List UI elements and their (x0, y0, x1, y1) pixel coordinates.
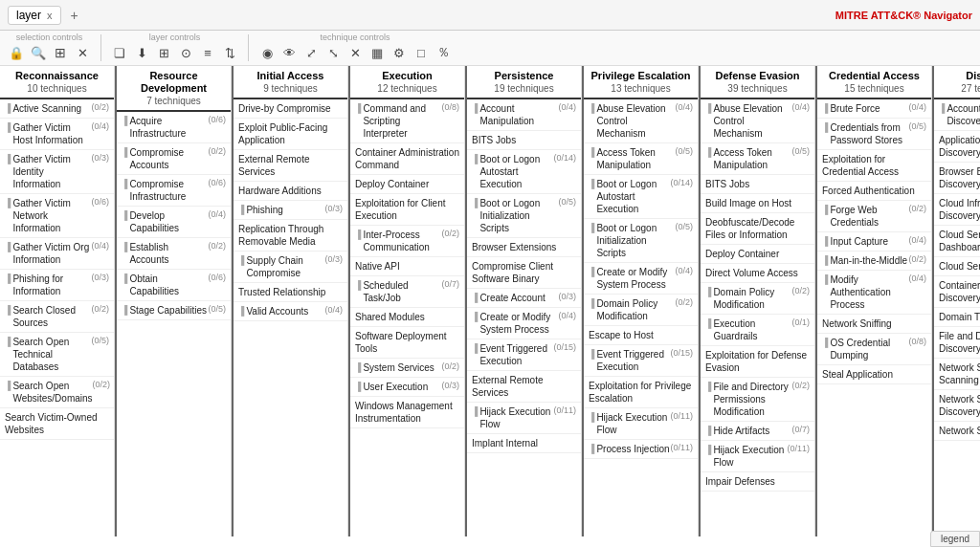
technique-item[interactable]: Network Sniffing (817, 315, 931, 334)
technique-item[interactable]: Network Service Scanning (934, 359, 980, 390)
technique-item[interactable]: ▐Compromise Accounts(0/2) (117, 143, 231, 175)
technique-item[interactable]: ▐Boot or Logon Autostart Execution(0/14) (467, 150, 581, 194)
technique-item[interactable]: ▐Obtain Capabilities(0/6) (117, 270, 231, 301)
technique-item[interactable]: Windows Management Instrumentation (350, 397, 464, 428)
technique-item[interactable]: ▐File and Directory Permissions Modifica… (701, 378, 814, 422)
technique-item[interactable]: ▐Hide Artifacts(0/7) (701, 422, 814, 441)
technique-item[interactable]: External Remote Services (234, 150, 347, 182)
technique-item[interactable]: Container Administration Command (350, 143, 464, 175)
technique-item[interactable]: ▐Command and Scripting Interpreter(0/8) (350, 99, 464, 143)
technique-item[interactable]: ▐Hijack Execution Flow(0/11) (467, 403, 581, 434)
technique-item[interactable]: Browser Bookmark Discovery (934, 163, 980, 194)
technique-item[interactable]: ▐OS Credential Dumping(0/8) (817, 334, 931, 365)
technique-item[interactable]: ▐Brute Force(0/4) (817, 99, 931, 119)
technique-item[interactable]: File and Directory Discovery (934, 327, 980, 359)
new-layer-icon[interactable]: ❏ (109, 42, 130, 63)
technique-item[interactable]: ▐Domain Policy Modification(0/2) (584, 295, 698, 326)
legend-bar[interactable]: legend (930, 531, 980, 547)
technique-item[interactable]: ▐Hijack Execution Flow(0/11) (584, 408, 698, 440)
technique-item[interactable]: ▐Establish Accounts(0/2) (117, 238, 231, 270)
technique-item[interactable]: Exploitation for Client Execution (350, 194, 464, 226)
more-icon[interactable]: ✕ (345, 42, 366, 63)
technique-item[interactable]: Application Window Discovery (934, 131, 980, 163)
technique-item[interactable]: Replication Through Removable Media (234, 220, 347, 252)
lock-icon[interactable]: 🔒 (6, 42, 27, 63)
technique-item[interactable]: ▐Inter-Process Communication(0/2) (350, 226, 464, 257)
technique-item[interactable]: Network Share Discovery (934, 390, 980, 422)
collapse-icon[interactable]: ⤡ (323, 42, 344, 63)
technique-item[interactable]: Software Deployment Tools (350, 327, 464, 359)
technique-item[interactable]: ▐Abuse Elevation Control Mechanism(0/4) (584, 99, 698, 143)
technique-item[interactable]: Compromise Client Software Binary (467, 257, 581, 289)
technique-item[interactable]: ▐Event Triggered Execution(0/15) (467, 339, 581, 371)
technique-item[interactable]: Shared Modules (350, 308, 464, 327)
deselect-icon[interactable]: ✕ (72, 42, 93, 63)
add-tab-button[interactable]: + (65, 6, 84, 25)
striped-icon[interactable]: ▦ (367, 42, 388, 63)
technique-item[interactable]: ▐Search Open Technical Databases(0/5) (0, 333, 114, 377)
technique-item[interactable]: Steal Application (817, 365, 931, 384)
technique-item[interactable]: Container and Resource Discovery (934, 276, 980, 308)
technique-item[interactable]: BITS Jobs (467, 131, 581, 150)
technique-item[interactable]: Deobfuscate/Decode Files or Information (701, 213, 814, 245)
grid-icon[interactable]: ⊞ (153, 42, 174, 63)
technique-item[interactable]: ▐Valid Accounts(0/4) (234, 302, 347, 321)
technique-item[interactable]: ▐Account Manipulation(0/4) (467, 99, 581, 131)
technique-item[interactable]: ▐Hijack Execution Flow(0/11) (701, 441, 814, 472)
technique-item[interactable]: ▐Develop Capabilities(0/4) (117, 207, 231, 238)
technique-item[interactable]: ▐Event Triggered Execution(0/15) (584, 345, 698, 377)
technique-item[interactable]: ▐Process Injection(0/11) (584, 440, 698, 459)
percent-icon[interactable]: ％ (433, 42, 454, 63)
sort-icon[interactable]: ⇅ (219, 42, 240, 63)
technique-item[interactable]: Native API (350, 257, 464, 276)
technique-item[interactable]: Cloud Infrastructure Discovery (934, 194, 980, 226)
technique-item[interactable]: ▐Phishing for Information(0/3) (0, 270, 114, 301)
technique-item[interactable]: ▐Create Account(0/3) (467, 289, 581, 308)
technique-item[interactable]: Browser Extensions (467, 238, 581, 257)
technique-item[interactable]: ▐Credentials from Password Stores(0/5) (817, 119, 931, 150)
technique-item[interactable]: ▐Access Token Manipulation(0/5) (584, 143, 698, 175)
technique-item[interactable]: Network Sniffing (934, 422, 980, 441)
technique-item[interactable]: Cloud Service Discovery (934, 257, 980, 276)
technique-item[interactable]: ▐System Services(0/2) (350, 359, 464, 378)
technique-item[interactable]: Exploitation for Credential Access (817, 150, 931, 182)
camera-icon[interactable]: ⊙ (175, 42, 196, 63)
technique-item[interactable]: ▐Gather Victim Org Information(0/4) (0, 238, 114, 270)
layer-tab[interactable]: layer x (8, 6, 61, 25)
technique-item[interactable]: Build Image on Host (701, 194, 814, 213)
technique-item[interactable]: Exploitation for Defense Evasion (701, 346, 814, 378)
technique-item[interactable]: External Remote Services (467, 371, 581, 403)
technique-item[interactable]: ▐Gather Victim Network Information(0/6) (0, 194, 114, 238)
expand-icon[interactable]: ⤢ (301, 42, 322, 63)
technique-item[interactable]: ▐Create or Modify System Process(0/4) (467, 308, 581, 339)
technique-item[interactable]: ▐Account Discovery(0/4) (934, 99, 980, 131)
box-icon[interactable]: □ (411, 42, 432, 63)
technique-item[interactable]: ▐Boot or Logon Autostart Execution(0/14) (584, 175, 698, 219)
technique-item[interactable]: ▐Gather Victim Host Information(0/4) (0, 119, 114, 150)
technique-item[interactable]: ▐Modify Authentication Process(0/4) (817, 271, 931, 315)
technique-item[interactable]: ▐Search Closed Sources(0/2) (0, 301, 114, 333)
technique-item[interactable]: ▐Forge Web Credentials(0/2) (817, 201, 931, 232)
technique-item[interactable]: Deploy Container (350, 175, 464, 194)
technique-item[interactable]: ▐Supply Chain Compromise(0/3) (234, 252, 347, 283)
search-icon[interactable]: 🔍 (28, 42, 49, 63)
technique-item[interactable]: ▐Execution Guardrails(0/1) (701, 315, 814, 346)
technique-item[interactable]: Implant Internal (467, 434, 581, 453)
technique-item[interactable]: Trusted Relationship (234, 283, 347, 302)
tab-close-button[interactable]: x (47, 10, 53, 21)
technique-item[interactable]: Exploitation for Privilege Escalation (584, 377, 698, 408)
technique-item[interactable]: ▐Abuse Elevation Control Mechanism(0/4) (701, 99, 814, 143)
technique-item[interactable]: Forced Authentication (817, 182, 931, 201)
technique-item[interactable]: ▐Search Open Websites/Domains(0/2) (0, 377, 114, 408)
layer-settings-icon[interactable]: ≡ (197, 42, 218, 63)
filter-icon[interactable]: ⊞ (50, 42, 71, 63)
technique-item[interactable]: ▐Scheduled Task/Job(0/7) (350, 276, 464, 308)
technique-item[interactable]: Cloud Service Dashboard (934, 226, 980, 257)
technique-item[interactable]: ▐User Execution(0/3) (350, 378, 464, 397)
technique-item[interactable]: ▐Boot or Logon Initialization Scripts(0/… (584, 219, 698, 263)
technique-item[interactable]: ▐Stage Capabilities(0/5) (117, 301, 231, 320)
technique-item[interactable]: Search Victim-Owned Websites (0, 408, 114, 440)
palette-icon[interactable]: ◉ (256, 42, 278, 63)
technique-item[interactable]: Deploy Container (701, 245, 814, 264)
technique-item[interactable]: ▐Gather Victim Identity Information(0/3) (0, 150, 114, 194)
